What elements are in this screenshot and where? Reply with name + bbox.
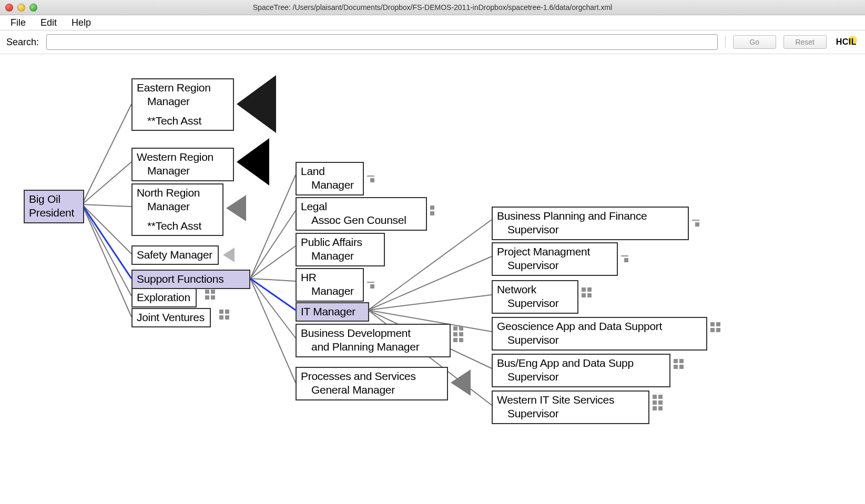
node-line2: President xyxy=(29,206,78,220)
node-exploration[interactable]: Exploration xyxy=(131,288,197,307)
children-preview-icon xyxy=(674,359,684,369)
svg-line-1 xyxy=(82,162,131,204)
node-line1: HR xyxy=(301,271,358,284)
node-line1: Bus/Eng App and Data Supp xyxy=(497,356,664,370)
node-business-development-manager[interactable]: Business Development and Planning Manage… xyxy=(296,324,451,357)
svg-line-7 xyxy=(250,211,296,279)
collapsed-subtree-icon[interactable] xyxy=(451,369,471,396)
children-preview-icon xyxy=(582,287,592,297)
node-legal-assoc-gen-counsel[interactable]: Legal Assoc Gen Counsel xyxy=(296,197,427,231)
node-line1: Safety Manager xyxy=(137,248,212,262)
node-line1: Legal xyxy=(301,200,421,213)
node-joint-ventures[interactable]: Joint Ventures xyxy=(131,308,211,327)
node-network-supervisor[interactable]: Network Supervisor xyxy=(492,280,578,314)
tree-canvas[interactable]: Big Oil President Eastern Region Manager… xyxy=(0,54,865,504)
search-label: Search: xyxy=(6,37,39,48)
node-line1: IT Manager xyxy=(301,305,363,318)
node-line2: Supervisor xyxy=(497,370,664,384)
node-line3: **Tech Asst xyxy=(137,219,217,233)
node-western-region-manager[interactable]: Western Region Manager xyxy=(131,148,234,181)
node-line2: Assoc Gen Counsel xyxy=(301,213,421,227)
children-preview-icon xyxy=(692,218,699,227)
node-eastern-region-manager[interactable]: Eastern Region Manager **Tech Asst xyxy=(131,78,234,131)
node-line1: Exploration xyxy=(137,291,190,304)
node-hr-manager[interactable]: HR Manager xyxy=(296,268,364,302)
node-line2: Supervisor xyxy=(497,223,683,236)
node-line1: Processes and Services xyxy=(301,369,442,383)
tree-edges xyxy=(0,54,865,504)
menu-edit[interactable]: Edit xyxy=(40,17,57,28)
reset-button[interactable]: Reset xyxy=(783,35,827,49)
children-preview-icon xyxy=(367,174,374,182)
node-line2: Supervisor xyxy=(497,333,701,347)
node-line3: **Tech Asst xyxy=(137,114,228,128)
children-preview-icon xyxy=(367,280,374,289)
go-button[interactable]: Go xyxy=(733,35,776,49)
node-line2: Manager xyxy=(137,164,228,178)
node-line1: Network xyxy=(497,283,572,296)
node-line1: Big Oil xyxy=(29,192,78,206)
menu-bar: File Edit Help xyxy=(0,15,865,30)
node-public-affairs-manager[interactable]: Public Affairs Manager xyxy=(296,233,385,266)
node-line2: Manager xyxy=(301,284,358,298)
window-title: SpaceTree: /Users/plaisant/Documents/Dro… xyxy=(0,3,865,12)
node-project-managment-supervisor[interactable]: Project Managment Supervisor xyxy=(492,242,618,276)
node-line2: General Manager xyxy=(301,383,442,397)
svg-line-2 xyxy=(82,204,131,207)
svg-line-4 xyxy=(82,204,131,296)
node-bus-eng-app-supervisor[interactable]: Bus/Eng App and Data Supp Supervisor xyxy=(492,354,670,387)
svg-line-18 xyxy=(82,204,131,279)
children-preview-icon xyxy=(219,310,229,320)
node-line2: Manager xyxy=(301,178,358,192)
node-processes-services-general-manager[interactable]: Processes and Services General Manager xyxy=(296,367,448,400)
node-business-planning-finance-supervisor[interactable]: Business Planning and Finance Supervisor xyxy=(492,207,689,240)
node-safety-manager[interactable]: Safety Manager xyxy=(131,245,219,265)
node-line1: Support Functions xyxy=(137,272,244,286)
node-big-oil-president[interactable]: Big Oil President xyxy=(24,190,84,223)
node-line2: Supervisor xyxy=(497,259,612,272)
children-preview-icon xyxy=(205,290,215,300)
svg-line-10 xyxy=(250,279,296,338)
svg-line-3 xyxy=(82,204,131,254)
collapsed-subtree-icon[interactable] xyxy=(226,195,246,221)
node-line2: Manager xyxy=(137,200,217,213)
search-input[interactable] xyxy=(46,34,718,50)
close-icon[interactable] xyxy=(5,4,13,12)
node-line2: Manager xyxy=(301,249,379,263)
svg-line-0 xyxy=(82,104,131,204)
collapsed-subtree-icon[interactable] xyxy=(237,75,276,133)
children-preview-icon xyxy=(653,395,663,410)
node-geoscience-app-supervisor[interactable]: Geoscience App and Data Support Supervis… xyxy=(492,317,707,351)
node-line2: Supervisor xyxy=(497,407,643,420)
minimize-icon[interactable] xyxy=(17,4,25,12)
children-preview-icon xyxy=(710,322,720,332)
divider xyxy=(725,36,726,48)
zoom-icon[interactable] xyxy=(29,4,37,12)
node-line1: Business Planning and Finance xyxy=(497,209,683,223)
svg-line-9 xyxy=(250,279,296,281)
node-line2: and Planning Manager xyxy=(301,340,444,354)
node-it-manager[interactable]: IT Manager xyxy=(296,302,369,322)
node-western-it-site-services-supervisor[interactable]: Western IT Site Services Supervisor xyxy=(492,390,649,424)
node-line1: North Region xyxy=(137,186,217,200)
node-line1: Western Region xyxy=(137,150,228,164)
node-line2: Supervisor xyxy=(497,296,572,310)
svg-line-5 xyxy=(82,204,131,317)
node-line1: Business Development xyxy=(301,326,444,340)
menu-help[interactable]: Help xyxy=(72,17,91,28)
node-line1: Eastern Region xyxy=(137,81,228,95)
children-preview-icon xyxy=(621,254,628,262)
node-line1: Geoscience App and Data Support xyxy=(497,320,701,333)
children-preview-icon xyxy=(430,205,434,215)
node-line2: Manager xyxy=(137,95,228,108)
node-land-manager[interactable]: Land Manager xyxy=(296,162,364,196)
node-north-region-manager[interactable]: North Region Manager **Tech Asst xyxy=(131,183,223,236)
node-support-functions[interactable]: Support Functions xyxy=(131,270,250,289)
collapsed-subtree-icon[interactable] xyxy=(223,248,235,262)
window-title-bar: SpaceTree: /Users/plaisant/Documents/Dro… xyxy=(0,0,865,15)
search-bar: Search: Go Reset HCIL xyxy=(0,30,865,54)
children-preview-icon xyxy=(453,326,463,342)
menu-file[interactable]: File xyxy=(11,17,26,28)
collapsed-subtree-icon[interactable] xyxy=(237,138,269,186)
node-line1: Western IT Site Services xyxy=(497,393,643,407)
